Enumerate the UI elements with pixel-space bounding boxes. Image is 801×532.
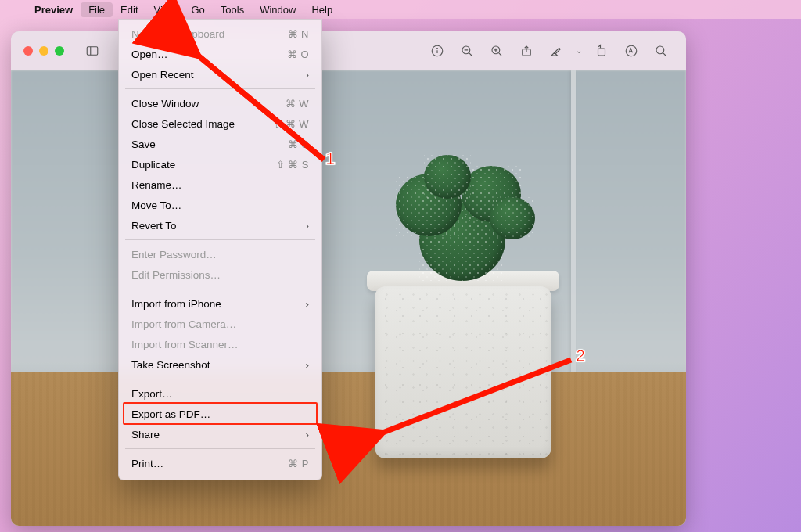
menu-edit[interactable]: Edit <box>113 2 145 17</box>
menu-item-edit-permissions: Edit Permissions… <box>119 264 321 285</box>
svg-rect-0 <box>87 46 98 55</box>
image-cactus <box>396 155 530 280</box>
menu-item-import-from-scanner: Import from Scanner… <box>119 334 321 354</box>
menu-item-label: Close Window <box>131 98 286 110</box>
menu-item-rename[interactable]: Rename… <box>119 174 321 195</box>
menu-item-label: Export as PDF… <box>131 408 309 420</box>
menu-item-open-recent[interactable]: Open Recent› <box>119 64 321 84</box>
zoom-out-icon[interactable] <box>454 40 480 62</box>
menu-item-label: Enter Password… <box>131 249 309 261</box>
search-icon[interactable] <box>648 40 673 62</box>
menu-item-close-selected-image[interactable]: Close Selected Image⇧ ⌘ W <box>119 113 321 134</box>
menu-item-label: Import from iPhone <box>131 298 306 310</box>
menu-item-shortcut: ⇧ ⌘ S <box>276 159 309 171</box>
menu-item-import-from-camera: Import from Camera… <box>119 314 321 334</box>
menu-item-shortcut: ⌘ W <box>286 98 309 110</box>
menu-app-name[interactable]: Preview <box>27 2 81 17</box>
chevron-right-icon: › <box>306 220 310 232</box>
svg-line-9 <box>499 52 501 55</box>
markup-icon[interactable] <box>619 40 644 62</box>
menu-item-new-from-clipboard: New from Clipboard⌘ N <box>119 23 321 44</box>
menu-item-label: Take Screenshot <box>131 359 306 371</box>
menu-item-shortcut: ⌘ P <box>288 458 309 469</box>
window-toolbar: ⌄ <box>11 31 686 70</box>
chevron-right-icon: › <box>306 429 310 440</box>
menu-item-label: Open… <box>131 49 287 60</box>
menu-item-label: New from Clipboard <box>131 28 288 40</box>
menu-item-import-from-iphone[interactable]: Import from iPhone› <box>119 293 321 314</box>
share-icon[interactable] <box>514 40 539 62</box>
minimize-window-button[interactable] <box>39 46 48 56</box>
highlight-dropdown-icon[interactable]: ⌄ <box>573 46 584 55</box>
menu-item-label: Export… <box>131 388 309 400</box>
svg-point-4 <box>437 48 438 49</box>
menu-item-open[interactable]: Open…⌘ O <box>119 44 321 64</box>
menu-item-export-as-pdf[interactable]: Export as PDF… <box>119 404 321 424</box>
menu-item-close-window[interactable]: Close Window⌘ W <box>119 93 321 113</box>
sidebar-toggle-icon[interactable] <box>80 40 105 62</box>
svg-rect-14 <box>598 49 605 56</box>
menu-item-label: Revert To <box>131 220 306 232</box>
menu-item-export[interactable]: Export… <box>119 383 321 404</box>
menu-file[interactable]: File <box>81 2 113 17</box>
menu-item-label: Edit Permissions… <box>131 269 309 281</box>
highlight-icon[interactable] <box>544 40 569 62</box>
svg-point-16 <box>656 46 664 54</box>
svg-line-6 <box>469 52 472 55</box>
menu-item-take-screenshot[interactable]: Take Screenshot› <box>119 354 321 375</box>
menu-item-label: Move To… <box>131 200 309 211</box>
chevron-right-icon: › <box>306 298 310 310</box>
menu-go[interactable]: Go <box>183 2 212 17</box>
menu-item-print[interactable]: Print…⌘ P <box>119 453 321 473</box>
menu-item-label: Save <box>131 138 288 150</box>
zoom-in-icon[interactable] <box>484 40 509 62</box>
zoom-window-button[interactable] <box>55 46 64 56</box>
menu-item-label: Share <box>131 429 306 440</box>
menu-item-save[interactable]: Save⌘ S <box>119 134 321 154</box>
info-icon[interactable] <box>425 40 450 62</box>
menu-item-shortcut: ⌘ N <box>288 28 310 40</box>
chevron-right-icon: › <box>306 359 310 371</box>
menu-item-shortcut: ⌘ O <box>287 49 309 60</box>
menu-item-shortcut: ⇧ ⌘ W <box>273 118 309 130</box>
menu-item-shortcut: ⌘ S <box>288 138 309 150</box>
menu-help[interactable]: Help <box>304 2 340 17</box>
chevron-right-icon: › <box>306 69 310 81</box>
menu-item-label: Rename… <box>131 179 309 191</box>
menu-item-label: Import from Camera… <box>131 318 309 330</box>
image-wooden-table <box>11 372 686 526</box>
menu-item-label: Duplicate <box>131 159 276 171</box>
menu-view[interactable]: View <box>146 2 184 17</box>
close-window-button[interactable] <box>23 46 33 56</box>
menu-item-duplicate[interactable]: Duplicate⇧ ⌘ S <box>119 154 321 174</box>
menubar: Preview File Edit View Go Tools Window H… <box>0 0 801 19</box>
preview-window: ⌄ <box>11 31 686 526</box>
svg-line-17 <box>663 52 666 55</box>
menu-item-enter-password: Enter Password… <box>119 244 321 264</box>
rotate-icon[interactable] <box>589 40 614 62</box>
menu-item-label: Import from Scanner… <box>131 339 309 350</box>
image-viewport <box>11 70 686 526</box>
traffic-lights <box>23 46 64 56</box>
image-wall-edge <box>571 70 576 377</box>
file-menu-dropdown: New from Clipboard⌘ NOpen…⌘ OOpen Recent… <box>118 19 322 480</box>
menu-item-label: Print… <box>131 458 288 469</box>
menu-item-share[interactable]: Share› <box>119 424 321 444</box>
menu-item-label: Open Recent <box>131 69 306 81</box>
menu-item-revert-to[interactable]: Revert To› <box>119 215 321 235</box>
menu-item-label: Close Selected Image <box>131 118 273 130</box>
menu-item-move-to[interactable]: Move To… <box>119 195 321 215</box>
image-pot <box>375 286 551 458</box>
menu-window[interactable]: Window <box>252 2 304 17</box>
menu-tools[interactable]: Tools <box>213 2 252 17</box>
